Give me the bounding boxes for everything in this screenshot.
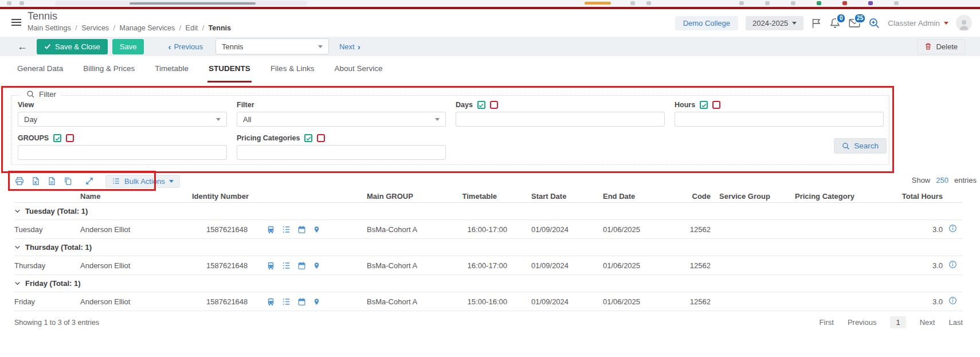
hours-label: Hours — [675, 101, 695, 109]
table-row[interactable]: Thursday Anderson Elliot 1587621648 BsMa… — [14, 256, 963, 275]
col-start-date[interactable]: Start Date — [507, 192, 576, 201]
location-pin-icon[interactable] — [313, 225, 320, 234]
location-pin-icon[interactable] — [313, 261, 320, 270]
info-icon[interactable] — [948, 260, 957, 269]
bus-icon[interactable] — [266, 225, 275, 234]
messages-envelope-icon[interactable]: 25 — [848, 17, 861, 29]
group-row-thursday[interactable]: Thursday (Total: 1) — [14, 239, 963, 256]
row-action-icons — [266, 225, 338, 234]
select-all-checkbox-icon[interactable] — [700, 101, 708, 109]
tab-students[interactable]: STUDENTS — [207, 56, 252, 83]
col-pricing-category[interactable]: Pricing Category — [774, 192, 868, 201]
save-and-close-button[interactable]: Save & Close — [37, 39, 108, 54]
tab-general-data[interactable]: General Data — [16, 56, 64, 83]
entries-label: entries — [954, 176, 977, 185]
tab-about-service[interactable]: About Service — [333, 56, 383, 83]
info-icon[interactable] — [948, 296, 957, 305]
notifications-bell-icon[interactable]: 0 — [829, 17, 841, 29]
table-row[interactable]: Friday Anderson Elliot 1587621648 BsMa-C… — [14, 292, 963, 311]
days-input[interactable] — [456, 112, 665, 127]
bus-icon[interactable] — [266, 261, 275, 270]
flag-icon[interactable] — [811, 18, 822, 29]
calendar-icon[interactable] — [297, 225, 306, 234]
chevron-down-icon — [944, 22, 948, 25]
col-identity-number[interactable]: Identity Number — [192, 192, 338, 201]
col-timetable[interactable]: Timetable — [433, 192, 507, 201]
view-select[interactable]: Day — [18, 112, 227, 127]
pagination-last[interactable]: Last — [948, 318, 963, 327]
clear-selection-icon[interactable] — [317, 134, 325, 142]
pagination-previous[interactable]: Previous — [848, 318, 877, 327]
delete-button[interactable]: Delete — [917, 39, 965, 54]
filter-select[interactable]: All — [237, 112, 446, 127]
select-all-checkbox-icon[interactable] — [53, 134, 61, 142]
user-menu[interactable]: Classter Admin — [888, 19, 948, 28]
select-all-checkbox-icon[interactable] — [477, 101, 485, 109]
breadcrumb-current: Tennis — [209, 24, 231, 32]
pricing-categories-input[interactable] — [237, 145, 446, 160]
browser-extension-label — [585, 2, 611, 5]
pagination-first[interactable]: First — [820, 318, 834, 327]
next-record-link[interactable]: Next› — [339, 42, 360, 51]
info-icon[interactable] — [948, 224, 957, 233]
export-pdf-icon[interactable] — [48, 176, 56, 186]
students-table: Name Identity Number Main GROUP Timetabl… — [0, 190, 980, 311]
save-button[interactable]: Save — [112, 39, 144, 54]
page-size-select[interactable]: 250 — [936, 176, 948, 185]
copy-icon[interactable] — [64, 176, 72, 186]
tab-timetable[interactable]: Timetable — [154, 56, 190, 83]
breadcrumb-item[interactable]: Edit — [186, 24, 198, 32]
select-all-checkbox-icon[interactable] — [304, 134, 312, 142]
location-pin-icon[interactable] — [313, 297, 320, 306]
tasks-list-icon[interactable] — [282, 225, 291, 234]
avatar[interactable] — [956, 15, 972, 31]
back-arrow-button[interactable]: ← — [17, 41, 28, 53]
app-header: Tennis Main Settings / Services / Manage… — [0, 9, 980, 37]
global-search-icon[interactable] — [868, 17, 880, 29]
table-header-row: Name Identity Number Main GROUP Timetabl… — [14, 190, 963, 203]
clear-selection-icon[interactable] — [490, 101, 498, 109]
col-end-date[interactable]: End Date — [576, 192, 662, 201]
clear-selection-icon[interactable] — [66, 134, 74, 142]
export-excel-icon[interactable] — [32, 176, 40, 186]
pagination-next[interactable]: Next — [920, 318, 935, 327]
breadcrumb-item[interactable]: Main Settings — [28, 24, 71, 32]
tab-files-links[interactable]: Files & Links — [269, 56, 316, 83]
previous-record-link[interactable]: ‹Previous — [168, 42, 203, 51]
breadcrumb-item[interactable]: Manage Services — [120, 24, 175, 32]
chevron-down-icon — [14, 244, 21, 250]
browser-address-bar[interactable] — [55, 1, 307, 6]
col-main-group[interactable]: Main GROUP — [338, 192, 433, 201]
tasks-list-icon[interactable] — [282, 261, 291, 270]
col-name[interactable]: Name — [69, 192, 192, 201]
clear-selection-icon[interactable] — [712, 101, 720, 109]
fullscreen-icon[interactable] — [85, 176, 94, 186]
tasks-list-icon[interactable] — [282, 297, 291, 306]
pagination-page-1[interactable]: 1 — [890, 316, 905, 328]
calendar-icon[interactable] — [297, 297, 306, 306]
print-icon[interactable] — [15, 176, 24, 186]
browser-chrome-strip — [0, 0, 980, 7]
check-icon — [44, 43, 51, 50]
bulk-actions-button[interactable]: Bulk Actions — [105, 175, 180, 188]
table-row[interactable]: Tuesday Anderson Elliot 1587621648 BsMa-… — [14, 220, 963, 239]
search-button[interactable]: Search — [834, 138, 887, 154]
academic-year-dropdown[interactable]: 2024-2025 — [746, 16, 803, 30]
calendar-icon[interactable] — [297, 261, 306, 270]
col-code[interactable]: Code — [662, 192, 711, 201]
col-service-group[interactable]: Service Group — [711, 192, 774, 201]
groups-input[interactable] — [18, 145, 227, 160]
breadcrumb-item[interactable]: Services — [81, 24, 109, 32]
menu-hamburger-icon[interactable] — [11, 19, 21, 28]
chevron-down-icon — [792, 22, 797, 25]
groups-label: GROUPS — [18, 134, 49, 142]
tab-billing-prices[interactable]: Billing & Prices — [82, 56, 136, 83]
show-label: Show — [912, 176, 931, 185]
bus-icon[interactable] — [266, 297, 275, 306]
group-row-friday[interactable]: Friday (Total: 1) — [14, 275, 963, 292]
service-selector[interactable]: Tennis — [215, 38, 329, 54]
col-total-hours[interactable]: Total Hours — [868, 192, 943, 201]
hours-input[interactable] — [675, 112, 884, 127]
college-button[interactable]: Demo College — [675, 16, 738, 30]
group-row-tuesday[interactable]: Tuesday (Total: 1) — [14, 203, 963, 220]
